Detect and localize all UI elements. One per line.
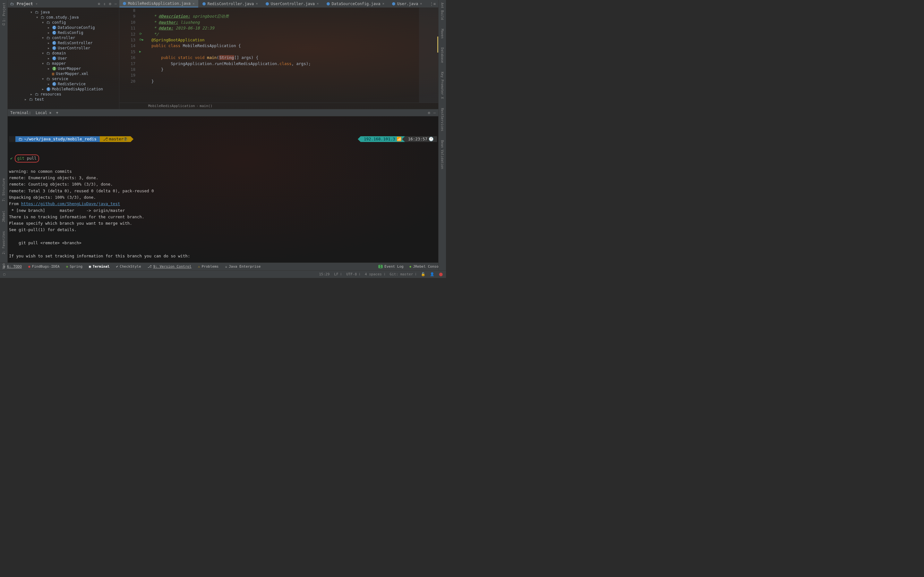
tool-web[interactable]: Web xyxy=(2,262,5,270)
status-position[interactable]: 15:29 xyxy=(319,272,330,276)
status-man-icon[interactable]: 👤 xyxy=(430,272,435,276)
run-icon[interactable]: ⟳▶ xyxy=(139,37,144,43)
tab-user-controller[interactable]: UserController.java× xyxy=(262,0,322,7)
tool-structure[interactable]: 7: Structure xyxy=(2,177,5,203)
tree-item[interactable]: ▸CUserController xyxy=(8,45,119,51)
right-tool-strip: Ant Build Maven Database Key Promoter X … xyxy=(438,0,446,270)
project-tree[interactable]: ▾🗀java ▾🗀com.study.java ▾🗀config ▸CDataS… xyxy=(8,8,120,109)
collapse-icon[interactable]: ⇕ xyxy=(103,2,105,6)
status-error-icon[interactable]: ⬤ xyxy=(439,272,443,276)
tree-test[interactable]: ▸🗀test xyxy=(8,97,119,102)
tool-ant[interactable]: Ant Build xyxy=(441,1,444,21)
package-icon: 🗀 xyxy=(41,15,45,19)
tree-package[interactable]: ▾🗀com.study.java xyxy=(8,15,119,20)
tool-problems[interactable]: ⚠Problems xyxy=(198,264,219,269)
tool-java-enterprise[interactable]: ☕Java Enterprise xyxy=(225,264,260,269)
tree-item[interactable]: ▸IUserMapper xyxy=(8,66,119,71)
apple-icon xyxy=(9,136,15,142)
code-content[interactable]: * @Description: springboot启动类 * @author:… xyxy=(145,8,311,103)
status-git[interactable]: Git: master ⁞ xyxy=(390,272,417,276)
tree-java[interactable]: ▾🗀java xyxy=(8,10,119,15)
terminal[interactable]: 🗀~/work/java_study/mobile_redis ⎇master … xyxy=(8,116,438,263)
tree-label: UserController xyxy=(58,46,90,50)
tree-item[interactable]: ▸CDataSourceConfig xyxy=(8,25,119,30)
tree-mapper[interactable]: ▾🗀mapper xyxy=(8,61,119,66)
interface-icon: I xyxy=(52,67,56,71)
tab-redis-controller[interactable]: RedisController.java× xyxy=(199,0,262,7)
tree-resources[interactable]: ▸🗀resources xyxy=(8,92,119,97)
tool-jrebel[interactable]: JRebel xyxy=(2,210,5,223)
code-editor[interactable]: 891011121314151617181920 ⟳ ⟳▶ ▶ * @Descr… xyxy=(120,8,438,109)
tree-label: DataSourceConfig xyxy=(58,25,95,30)
tree-item[interactable]: ▸CRedisConfig xyxy=(8,30,119,35)
tool-findbugs[interactable]: ●FindBugs-IDEA xyxy=(28,264,60,269)
run-icon[interactable]: ▶ xyxy=(139,49,141,55)
close-icon[interactable]: × xyxy=(420,2,422,6)
tab-mobile-redis-application[interactable]: MobileRedisApplication.java× xyxy=(120,0,198,7)
tree-label: MobileRedisApplication xyxy=(52,87,103,91)
tree-item[interactable]: ▧UserMapper.xml xyxy=(8,71,119,76)
status-encoding[interactable]: UTF-8 ⁞ xyxy=(346,272,360,276)
terminal-tab-local[interactable]: Local× xyxy=(36,111,51,115)
tree-item[interactable]: ▸CRedisController xyxy=(8,40,119,45)
status-bar: ▢ 15:29 LF ⁞ UTF-8 ⁞ 4 spaces ⁞ Git: mas… xyxy=(0,270,446,278)
close-icon[interactable]: × xyxy=(256,2,258,6)
tab-data-source-config[interactable]: DataSourceConfig.java× xyxy=(323,0,388,7)
minimap[interactable] xyxy=(419,8,438,103)
close-icon[interactable]: × xyxy=(49,111,51,115)
event-log[interactable]: 1Event Log xyxy=(378,264,404,269)
tree-item[interactable]: ▸CMobileRedisApplication xyxy=(8,87,119,92)
check-icon: ✔ xyxy=(116,264,118,269)
jrebel-icon: ◆ xyxy=(409,264,412,269)
tree-item[interactable]: ▸CRedisService xyxy=(8,81,119,87)
status-line-sep[interactable]: LF ⁞ xyxy=(334,272,342,276)
class-icon: C xyxy=(52,46,56,50)
close-icon[interactable]: × xyxy=(317,2,319,6)
tool-terminal[interactable]: ▣Terminal xyxy=(89,264,110,269)
tree-service[interactable]: ▾🗀service xyxy=(8,76,119,81)
gear-icon[interactable]: ⚙ xyxy=(428,111,430,115)
close-icon[interactable]: × xyxy=(192,2,195,6)
status-indent[interactable]: 4 spaces ⁞ xyxy=(365,272,385,276)
breadcrumb-item[interactable]: MobileRedisApplication xyxy=(148,104,195,108)
project-icon: 🗀 xyxy=(10,2,14,6)
xml-icon: ▧ xyxy=(52,71,54,76)
hide-icon[interactable]: — xyxy=(115,2,117,6)
terminal-new-tab[interactable]: + xyxy=(56,111,58,115)
tool-key-promoter[interactable]: Key Promoter X xyxy=(441,71,444,100)
target-icon[interactable]: ⊕ xyxy=(98,2,100,6)
breadcrumb[interactable]: MobileRedisApplication›main() xyxy=(120,103,438,109)
tool-spring[interactable]: ❀Spring xyxy=(66,264,82,269)
tabs-menu-icon[interactable]: ⋮≡ xyxy=(427,2,438,6)
tool-rest-services[interactable]: RestServices xyxy=(441,107,444,132)
status-lock-icon[interactable]: 🔓 xyxy=(421,272,425,276)
tree-label: test xyxy=(35,97,44,102)
package-icon: 🗀 xyxy=(47,35,50,40)
breadcrumb-item[interactable]: main() xyxy=(200,104,212,108)
tool-todo[interactable]: ≡6: TODO xyxy=(3,264,22,269)
tree-item[interactable]: ▸CUser xyxy=(8,56,119,61)
tool-database[interactable]: Database xyxy=(441,46,444,64)
tool-version-control[interactable]: ⎇9: Version Control xyxy=(148,264,192,269)
tool-favorites[interactable]: 2: Favorites xyxy=(2,230,5,255)
prompt-time: 16:23:57 🕐 xyxy=(405,136,437,142)
tool-checkstyle[interactable]: ✔CheckStyle xyxy=(116,264,141,269)
tool-project[interactable]: 🗀1: Project xyxy=(2,1,6,27)
gear-icon[interactable]: ⚙ xyxy=(109,2,111,6)
tab-user[interactable]: User.java× xyxy=(389,0,426,7)
tree-domain[interactable]: ▾🗀domain xyxy=(8,51,119,56)
tab-label: Local xyxy=(36,111,47,115)
hide-icon[interactable]: — xyxy=(433,111,436,115)
status-windows-icon[interactable]: ▢ xyxy=(3,272,5,276)
tool-bean-validation[interactable]: Bean Validation xyxy=(441,139,444,170)
tree-label: RedisConfig xyxy=(58,31,83,35)
tree-config[interactable]: ▾🗀config xyxy=(8,20,119,25)
tree-controller[interactable]: ▾🗀controller xyxy=(8,35,119,40)
tool-maven[interactable]: Maven xyxy=(441,27,444,40)
java-icon: ☕ xyxy=(225,264,227,269)
terminal-link[interactable]: https://github.com/ShengLiuDave/java_tes… xyxy=(21,201,120,206)
jrebel-console[interactable]: ◆JRebel Console xyxy=(409,264,443,269)
spring-icon[interactable]: ⟳ xyxy=(139,31,142,37)
close-icon[interactable]: × xyxy=(382,2,384,6)
marker-column: ⟳ ⟳▶ ▶ xyxy=(138,8,145,103)
